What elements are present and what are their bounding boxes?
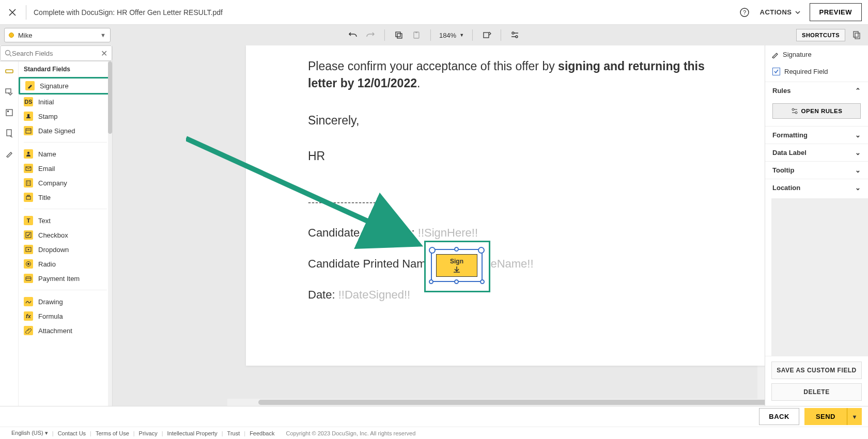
hr-text: HR — [308, 148, 711, 165]
zoom-value: 184% — [439, 32, 456, 39]
candidate-name-row: Candidate Printed Name: !!CandidateName!… — [308, 256, 711, 272]
required-checkbox[interactable] — [772, 68, 780, 75]
field-radio[interactable]: Radio — [19, 257, 112, 271]
fields-scrollbar[interactable] — [108, 61, 112, 406]
divider — [24, 142, 107, 143]
settings-icon[interactable] — [508, 28, 522, 42]
field-date-signed[interactable]: Date Signed — [19, 123, 112, 138]
chevron-down-icon: ⌄ — [855, 166, 861, 174]
svg-point-8 — [516, 36, 518, 38]
svg-point-11 — [6, 51, 10, 55]
svg-rect-17 — [26, 117, 30, 118]
svg-rect-18 — [27, 114, 29, 117]
data-label-header[interactable]: Data Label⌄ — [765, 144, 868, 161]
document-title: Complete with DocuSign: HR Offer Gen Let… — [34, 8, 738, 17]
required-field-row[interactable]: Required Field — [765, 64, 868, 82]
open-rules-button[interactable]: OPEN RULES — [772, 103, 861, 119]
redo-button[interactable] — [363, 28, 378, 42]
field-name[interactable]: Name — [19, 147, 112, 161]
help-icon[interactable]: ? — [738, 6, 751, 19]
rotate-icon[interactable] — [479, 28, 494, 42]
location-label: Location — [772, 184, 800, 192]
actions-menu-button[interactable]: ACTIONS — [760, 8, 800, 16]
panel-title: Signature — [783, 51, 812, 58]
field-checkbox[interactable]: Checkbox — [19, 228, 112, 242]
undo-button[interactable] — [346, 28, 360, 42]
search-input-field[interactable] — [12, 50, 101, 57]
doc-fields-tab-icon[interactable] — [4, 128, 15, 139]
copy-button[interactable] — [392, 28, 406, 42]
field-dropdown[interactable]: Dropdown — [19, 242, 112, 257]
edit-tab-icon[interactable] — [4, 148, 15, 160]
left-sidebar: ✕ Standard Fields Signature DSInitial St… — [0, 45, 113, 406]
footer-link-contact[interactable]: Contact Us — [58, 430, 86, 436]
zoom-dropdown[interactable]: 184% ▼ — [436, 32, 467, 39]
placed-signature-field[interactable]: Sign — [431, 249, 483, 282]
pages-panel-icon[interactable] — [849, 28, 864, 42]
footer-link-privacy[interactable]: Privacy — [139, 430, 158, 436]
field-payment[interactable]: Payment Item — [19, 271, 112, 286]
field-stamp[interactable]: Stamp — [19, 109, 112, 123]
send-split-button[interactable]: ▼ — [847, 408, 862, 425]
field-title[interactable]: Title — [19, 190, 112, 205]
text-icon: T — [24, 216, 33, 225]
field-label: Attachment — [38, 327, 72, 335]
tooltip-header[interactable]: Tooltip⌄ — [765, 162, 868, 179]
svg-rect-2 — [396, 32, 400, 37]
field-formula[interactable]: fxFormula — [19, 309, 112, 323]
paste-button[interactable] — [409, 28, 424, 42]
footer-link-ip[interactable]: Intellectual Property — [167, 430, 218, 436]
document-page: Please confirm your acceptance of this o… — [246, 45, 765, 366]
svg-rect-23 — [26, 196, 30, 199]
main-area: ✕ Standard Fields Signature DSInitial St… — [0, 45, 868, 406]
actions-label: ACTIONS — [760, 8, 792, 16]
toolbar: Mike ▼ 184% ▼ SHORTCUTS — [0, 25, 868, 45]
field-company[interactable]: Company — [19, 176, 112, 190]
location-header[interactable]: Location⌄ — [765, 179, 868, 196]
delete-field-button[interactable]: DELETE — [771, 383, 862, 401]
horizontal-scrollbar[interactable] — [227, 399, 757, 406]
svg-rect-16 — [7, 130, 11, 136]
custom-fields-tab-icon[interactable] — [4, 86, 15, 98]
field-label: Date Signed — [38, 127, 75, 135]
checkbox-icon — [24, 230, 33, 240]
svg-rect-6 — [484, 33, 489, 38]
initial-icon: DS — [24, 97, 33, 106]
footer-link-trust[interactable]: Trust — [227, 430, 240, 436]
chevron-down-icon: ▼ — [459, 33, 464, 38]
field-signature[interactable]: Signature — [19, 77, 112, 95]
shortcuts-button[interactable]: SHORTCUTS — [796, 29, 845, 41]
footer-link-feedback[interactable]: Feedback — [250, 430, 274, 436]
save-custom-field-button[interactable]: SAVE AS CUSTOM FIELD — [771, 362, 862, 379]
field-initial[interactable]: DSInitial — [19, 95, 112, 109]
recipient-dropdown[interactable]: Mike ▼ — [4, 28, 111, 42]
clear-search-icon[interactable]: ✕ — [101, 49, 107, 58]
field-label: Stamp — [38, 113, 58, 120]
open-rules-label: OPEN RULES — [801, 108, 843, 114]
search-fields-input[interactable]: ✕ — [0, 45, 112, 61]
sign-here-tag: Sign — [436, 254, 477, 277]
attachment-icon — [24, 326, 33, 335]
back-button[interactable]: BACK — [759, 408, 799, 425]
data-label-text: Data Label — [772, 149, 807, 156]
close-document-button[interactable] — [6, 6, 19, 19]
send-button[interactable]: SEND — [804, 408, 847, 425]
prefill-tab-icon[interactable] — [4, 107, 15, 118]
formatting-header[interactable]: Formatting⌄ — [765, 127, 868, 144]
field-label: Drawing — [38, 298, 63, 306]
field-text[interactable]: TText — [19, 213, 112, 228]
footer-link-terms[interactable]: Terms of Use — [96, 430, 129, 436]
svg-rect-22 — [26, 181, 30, 185]
language-selector[interactable]: English (US) ▾ — [11, 430, 48, 436]
rules-icon — [791, 107, 798, 115]
briefcase-icon — [24, 193, 33, 202]
field-attachment[interactable]: Attachment — [19, 323, 112, 338]
rules-header[interactable]: Rules ⌃ — [765, 82, 868, 99]
footer: English (US) ▾ |Contact Us |Terms of Use… — [0, 427, 868, 439]
field-label: Signature — [40, 82, 69, 90]
preview-button[interactable]: PREVIEW — [810, 3, 862, 21]
standard-fields-tab-icon[interactable] — [4, 66, 15, 77]
field-drawing[interactable]: Drawing — [19, 294, 112, 309]
document-canvas[interactable]: ▲▼ Please confirm your acceptance of thi… — [113, 45, 765, 406]
field-email[interactable]: Email — [19, 161, 112, 176]
